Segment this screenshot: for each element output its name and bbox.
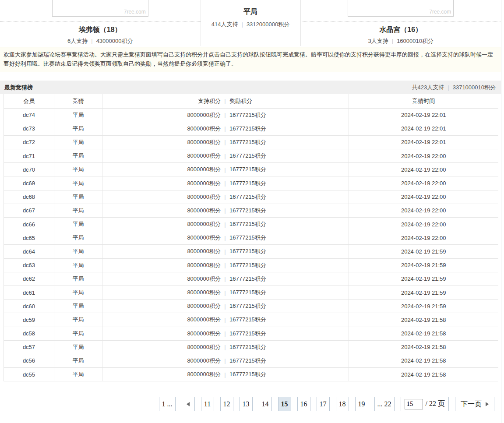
table-row: dc65平局8000000积分|16777215积分2024-02-19 22:… xyxy=(4,231,498,245)
next-page-button[interactable]: 下一页 xyxy=(455,397,494,411)
points-separator: | xyxy=(221,194,229,200)
reward-points: 16777215积分 xyxy=(229,138,266,146)
watermark-text: 7ree.com xyxy=(429,9,451,15)
support-points: 8000000积分 xyxy=(102,234,221,242)
points-separator: | xyxy=(221,235,229,241)
reward-points: 16777215积分 xyxy=(229,302,266,310)
points-cell: 8000000积分|16777215积分 xyxy=(102,354,349,367)
home-team-name: 埃弗顿（18） xyxy=(0,25,201,35)
table-row: dc70平局8000000积分|16777215积分2024-02-19 22:… xyxy=(4,163,498,176)
reward-points: 16777215积分 xyxy=(229,247,266,255)
stats-separator: | xyxy=(392,38,393,44)
bet-cell: 平局 xyxy=(54,286,102,299)
points-separator: | xyxy=(221,248,229,255)
board-totals: 共423人支持|3371000010积分 xyxy=(412,84,496,92)
page-jump-input[interactable] xyxy=(405,399,423,409)
draw-section: 平局 414人支持|3312000000积分 xyxy=(201,0,301,46)
reward-points: 16777215积分 xyxy=(229,261,266,269)
points-separator: | xyxy=(221,357,229,364)
page-button-18[interactable]: 18 xyxy=(336,397,349,411)
table-row: dc73平局8000000积分|16777215积分2024-02-19 22:… xyxy=(4,122,498,135)
time-cell: 2024-02-19 22:00 xyxy=(349,190,498,204)
bet-cell: 平局 xyxy=(54,108,102,122)
support-points: 8000000积分 xyxy=(102,152,221,160)
points-cell: 8000000积分|16777215积分 xyxy=(102,218,349,231)
table-row: dc68平局8000000积分|16777215积分2024-02-19 22:… xyxy=(4,190,498,204)
page-button-15[interactable]: 15 xyxy=(278,397,291,411)
points-separator: | xyxy=(221,289,229,296)
bet-column-header: 竞猜 xyxy=(54,94,102,108)
table-row: dc71平局8000000积分|16777215积分2024-02-19 22:… xyxy=(4,149,498,163)
home-team-logo-area: 7ree.com xyxy=(0,0,201,22)
bet-cell: 平局 xyxy=(54,135,102,149)
page-button-last[interactable]: ... 22 xyxy=(374,397,395,411)
table-row: dc58平局8000000积分|16777215积分2024-02-19 21:… xyxy=(4,327,498,340)
reward-column-header: 奖励积分 xyxy=(229,97,252,105)
support-points: 8000000积分 xyxy=(102,261,221,269)
table-row: dc60平局8000000积分|16777215积分2024-02-19 21:… xyxy=(4,300,498,313)
support-points: 8000000积分 xyxy=(102,220,221,228)
points-separator: | xyxy=(221,166,229,173)
reward-points: 16777215积分 xyxy=(229,234,266,242)
table-row: dc57平局8000000积分|16777215积分2024-02-19 21:… xyxy=(4,340,498,354)
support-points: 8000000积分 xyxy=(102,207,221,215)
support-points: 8000000积分 xyxy=(102,343,221,351)
table-row: dc69平局8000000积分|16777215积分2024-02-19 22:… xyxy=(4,176,498,190)
time-cell: 2024-02-19 21:59 xyxy=(349,258,498,272)
prev-page-button[interactable] xyxy=(182,397,195,411)
bet-cell: 平局 xyxy=(54,340,102,354)
member-column-header: 会员 xyxy=(4,94,54,108)
time-cell: 2024-02-19 21:58 xyxy=(349,313,498,327)
page-button-first[interactable]: 1 ... xyxy=(159,397,176,411)
points-cell: 8000000积分|16777215积分 xyxy=(102,135,349,149)
total-points: 3371000010积分 xyxy=(453,84,496,91)
page-button-11[interactable]: 11 xyxy=(201,397,214,411)
table-row: dc63平局8000000积分|16777215积分2024-02-19 21:… xyxy=(4,258,498,272)
support-points: 8000000积分 xyxy=(102,111,221,119)
draw-stats: 414人支持|3312000000积分 xyxy=(201,21,300,28)
page-button-17[interactable]: 17 xyxy=(317,397,330,411)
member-cell: dc55 xyxy=(4,368,54,381)
page-button-13[interactable]: 13 xyxy=(240,397,253,411)
table-header-row: 会员 竞猜 支持积分|奖励积分 竞猜时间 xyxy=(4,94,498,108)
bet-cell: 平局 xyxy=(54,272,102,286)
support-points: 8000000积分 xyxy=(102,193,221,201)
bet-cell: 平局 xyxy=(54,313,102,327)
away-team-stats: 3人支持|16000010积分 xyxy=(301,37,501,45)
time-cell: 2024-02-19 22:00 xyxy=(349,204,498,217)
points-cell: 8000000积分|16777215积分 xyxy=(102,190,349,204)
points-separator: | xyxy=(221,221,229,228)
support-points: 8000000积分 xyxy=(102,275,221,283)
member-cell: dc60 xyxy=(4,300,54,313)
member-cell: dc57 xyxy=(4,340,54,354)
page-button-12[interactable]: 12 xyxy=(220,397,233,411)
time-cell: 2024-02-19 21:58 xyxy=(349,327,498,340)
page-jump-box: / 22 页 xyxy=(401,397,449,411)
reward-points: 16777215积分 xyxy=(229,111,266,119)
betting-page: 7ree.com 埃弗顿（18） 6人支持|43000000积分 平局 414人… xyxy=(0,0,501,423)
home-team-logo: 7ree.com xyxy=(52,0,148,17)
member-cell: dc73 xyxy=(4,122,54,135)
member-cell: dc67 xyxy=(4,204,54,217)
page-button-14[interactable]: 14 xyxy=(259,397,272,411)
notice-text: 欢迎大家参加柒瑞论坛赛事竞猜活动。大家只需主竞猜页面填写自己支持的积分并点击自己… xyxy=(0,47,501,72)
points-separator: | xyxy=(221,125,229,132)
bet-cell: 平局 xyxy=(54,218,102,231)
points-separator: | xyxy=(221,371,229,378)
table-row: dc74平局8000000积分|16777215积分2024-02-19 22:… xyxy=(4,108,498,122)
points-cell: 8000000积分|16777215积分 xyxy=(102,368,349,381)
bet-cell: 平局 xyxy=(54,300,102,313)
reward-points: 16777215积分 xyxy=(229,316,266,324)
board-header-bar: 最新竞猜榜 共423人支持|3371000010积分 xyxy=(0,81,501,94)
time-cell: 2024-02-19 22:00 xyxy=(349,163,498,176)
points-separator: | xyxy=(221,98,229,104)
time-cell: 2024-02-19 21:58 xyxy=(349,340,498,354)
home-supporters: 6人支持 xyxy=(67,38,88,44)
page-button-19[interactable]: 19 xyxy=(355,397,368,411)
points-separator: | xyxy=(221,330,229,337)
time-cell: 2024-02-19 21:59 xyxy=(349,245,498,258)
next-page-label: 下一页 xyxy=(461,397,482,411)
page-button-16[interactable]: 16 xyxy=(297,397,310,411)
table-row: dc67平局8000000积分|16777215积分2024-02-19 22:… xyxy=(4,204,498,217)
support-points: 8000000积分 xyxy=(102,330,221,338)
